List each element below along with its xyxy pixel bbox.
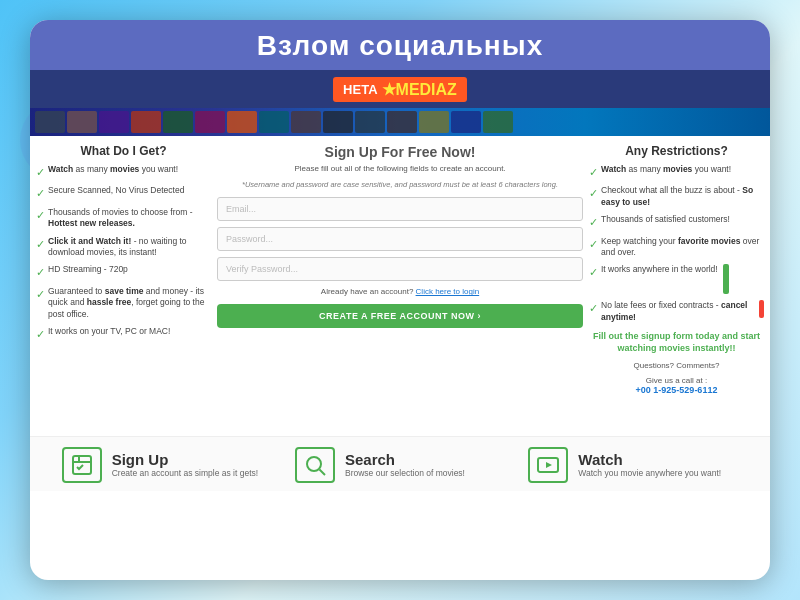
check-icon: ✓ (36, 186, 45, 200)
feature-item: ✓ Checkout what all the buzz is about - … (589, 185, 764, 208)
watch-desc: Watch you movie anywhere you want! (578, 468, 721, 479)
check-icon: ✓ (36, 287, 45, 320)
feature-item: ✓ No late fees or fixed contracts - canc… (589, 300, 764, 323)
search-label: Search (345, 451, 465, 468)
banner-thumb (451, 111, 481, 133)
feature-item: ✓ It works anywhere in the world! (589, 264, 764, 294)
center-column: Sign Up For Free Now! Please fill out al… (217, 144, 583, 428)
feature-text: No late fees or fixed contracts - cancel… (601, 300, 754, 323)
site-preview: HETA ★MEDIAZ What Do I Ge (30, 70, 770, 491)
banner-thumb (291, 111, 321, 133)
footer-item-signup: Sign Up Create an account as simple as i… (62, 447, 272, 483)
questions-text: Questions? Comments? (589, 361, 764, 370)
signup-label: Sign Up (112, 451, 258, 468)
check-icon: ✓ (36, 327, 45, 341)
watch-text-block: Watch Watch you movie anywhere you want! (578, 451, 721, 479)
check-icon: ✓ (589, 215, 598, 229)
site-logo: HETA ★MEDIAZ (333, 77, 467, 102)
check-icon: ✓ (589, 165, 598, 179)
feature-text: Thousands of movies to choose from - Hot… (48, 207, 211, 230)
search-text-block: Search Browse our selection of movies! (345, 451, 465, 479)
check-icon: ✓ (589, 237, 598, 259)
rating-bar-red (759, 300, 764, 318)
slide-title: Взлом социальных (30, 20, 770, 70)
feature-text: Keep watching your favorite movies over … (601, 236, 764, 259)
site-header: HETA ★MEDIAZ (30, 70, 770, 108)
check-icon: ✓ (36, 208, 45, 230)
site-footer: Sign Up Create an account as simple as i… (30, 436, 770, 491)
feature-item: ✓ Keep watching your favorite movies ove… (589, 236, 764, 259)
banner-strip (30, 108, 770, 136)
left-column: What Do I Get? ✓ Watch as many movies yo… (36, 144, 211, 428)
feature-item: ✓ Secure Scanned, No Virus Detected (36, 185, 211, 200)
check-icon: ✓ (36, 165, 45, 179)
feature-item: ✓ Thousands of movies to choose from - H… (36, 207, 211, 230)
watch-icon (528, 447, 568, 483)
feature-text: Guaranteed to save time and money - its … (48, 286, 211, 320)
verify-placeholder: Verify Password... (226, 264, 298, 274)
promo-text: Fill out the signup form today and start… (589, 331, 764, 354)
banner-thumb (131, 111, 161, 133)
svg-line-4 (319, 470, 325, 476)
call-text: Give us a call at : (589, 376, 764, 385)
logo-accent: ★MEDIAZ (382, 80, 457, 99)
banner-thumb (35, 111, 65, 133)
email-field[interactable]: Email... (217, 197, 583, 221)
password-field[interactable]: Password... (217, 227, 583, 251)
check-icon: ✓ (589, 301, 598, 323)
phone-number: +00 1-925-529-6112 (589, 385, 764, 395)
footer-item-search: Search Browse our selection of movies! (295, 447, 505, 483)
banner-thumb (419, 111, 449, 133)
check-icon: ✓ (36, 237, 45, 259)
right-col-title: Any Restrictions? (589, 144, 764, 158)
feature-text: Thousands of satisfied customers! (601, 214, 730, 229)
password-placeholder: Password... (226, 234, 273, 244)
banner-thumb (355, 111, 385, 133)
form-title: Sign Up For Free Now! (217, 144, 583, 160)
feature-text: It works on your TV, PC or MAC! (48, 326, 170, 341)
feature-item: ✓ It works on your TV, PC or MAC! (36, 326, 211, 341)
banner-thumb (483, 111, 513, 133)
feature-text: Watch as many movies you want! (48, 164, 178, 179)
verify-password-field[interactable]: Verify Password... (217, 257, 583, 281)
feature-item: ✓ HD Streaming - 720p (36, 264, 211, 279)
slide-container: Взлом социальных HETA ★MEDIAZ (30, 20, 770, 580)
signup-icon (62, 447, 102, 483)
svg-point-3 (307, 457, 321, 471)
login-link[interactable]: Click here to login (416, 287, 480, 296)
site-body: What Do I Get? ✓ Watch as many movies yo… (30, 136, 770, 436)
feature-text: HD Streaming - 720p (48, 264, 128, 279)
login-line: Already have an account? Click here to l… (217, 287, 583, 296)
rating-bar-green (723, 264, 729, 294)
feature-text: Secure Scanned, No Virus Detected (48, 185, 184, 200)
feature-text: Click it and Watch it! - no waiting to d… (48, 236, 211, 259)
search-desc: Browse our selection of movies! (345, 468, 465, 479)
form-note: *Username and password are case sensitiv… (217, 180, 583, 189)
feature-item: ✓ Thousands of satisfied customers! (589, 214, 764, 229)
login-text: Already have an account? (321, 287, 414, 296)
svg-marker-6 (546, 462, 552, 468)
banner-thumb (163, 111, 193, 133)
create-account-button[interactable]: CREATE A FREE ACCOUNT NOW › (217, 304, 583, 328)
feature-item: ✓ Watch as many movies you want! (36, 164, 211, 179)
feature-text: It works anywhere in the world! (601, 264, 718, 294)
banner-thumb (387, 111, 417, 133)
form-subtitle: Please fill out all of the following fie… (217, 164, 583, 174)
banner-thumb (67, 111, 97, 133)
email-placeholder: Email... (226, 204, 256, 214)
banner-thumb (99, 111, 129, 133)
search-icon (295, 447, 335, 483)
check-icon: ✓ (589, 186, 598, 208)
banner-thumb (227, 111, 257, 133)
banner-thumb (195, 111, 225, 133)
banner-thumb (323, 111, 353, 133)
feature-item: ✓ Click it and Watch it! - no waiting to… (36, 236, 211, 259)
feature-text: Checkout what all the buzz is about - So… (601, 185, 764, 208)
banner-thumb (259, 111, 289, 133)
feature-item: ✓ Watch as many movies you want! (589, 164, 764, 179)
check-icon: ✓ (589, 265, 598, 294)
watch-label: Watch (578, 451, 721, 468)
signup-desc: Create an account as simple as it gets! (112, 468, 258, 479)
logo-text: HETA (343, 82, 377, 97)
feature-item: ✓ Guaranteed to save time and money - it… (36, 286, 211, 320)
